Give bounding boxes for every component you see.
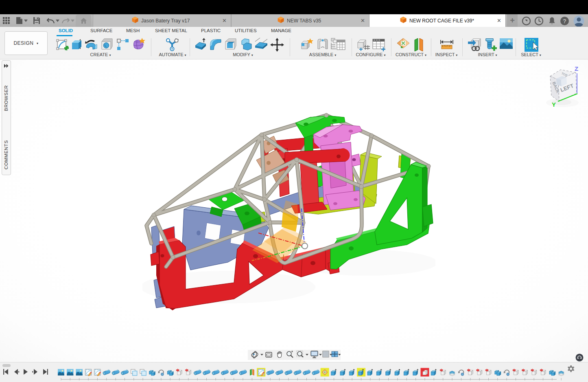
svg-text:Z: Z	[575, 65, 578, 72]
svg-text:Y: Y	[552, 101, 556, 108]
svg-text:?: ?	[563, 18, 566, 24]
